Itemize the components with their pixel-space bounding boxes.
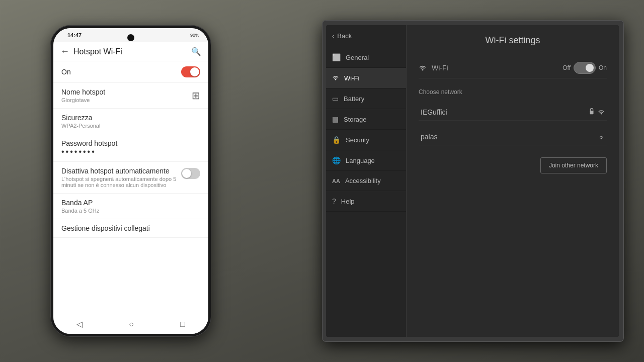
nav-back-button[interactable]: ◁ [76, 319, 83, 329]
status-icons: 90% [190, 33, 199, 38]
gestione-row[interactable]: Gestione dispositivi collegati [53, 219, 208, 238]
nav-recents-button[interactable]: □ [180, 320, 185, 329]
banda-label: Banda AP [61, 199, 200, 207]
banda-value: Banda a 5 GHz [61, 208, 200, 214]
sidebar-item-label: Battery [344, 95, 364, 103]
phone-body: 14:47 90% ← Hotspot Wi-Fi 🔍 On [50, 25, 211, 337]
nome-hotspot-row[interactable]: Nome hotspot Giorgiotave ⊞ [53, 83, 208, 109]
sidebar-back-button[interactable]: ‹ Back [326, 25, 406, 47]
wifi-row-label: Wi-Fi [432, 64, 557, 72]
sicurezza-value: WPA2-Personal [61, 123, 200, 129]
sidebar-item-label: Language [346, 157, 375, 164]
wifi-signal-icon-palas [598, 133, 605, 141]
nome-hotspot-label: Nome hotspot [61, 88, 105, 96]
choose-network-label: Choose network [419, 88, 607, 96]
nav-home-button[interactable]: ○ [129, 320, 134, 329]
wifi-toggle-track: Off On [562, 62, 607, 74]
phone-header: ← Hotspot Wi-Fi 🔍 [53, 42, 208, 61]
phone-page-title: Hotspot Wi-Fi [73, 47, 191, 56]
wifi-settings-title: Wi-Fi settings [419, 35, 607, 46]
network-icons-ieguffici [589, 108, 605, 116]
security-lock-icon: 🔒 [332, 136, 341, 144]
sidebar-item-label: Help [341, 198, 355, 205]
network-name-ieguffici: IEGuffici [421, 108, 447, 116]
storage-icon: ▤ [332, 115, 339, 123]
network-item-palas[interactable]: palas [419, 129, 607, 145]
network-icons-palas [598, 133, 605, 141]
sidebar-item-wifi[interactable]: Wi-Fi [326, 68, 406, 88]
wifi-settings-panel: Wi-Fi settings Wi-Fi Off On [407, 25, 619, 337]
ereader-body: ‹ Back ⬜ General Wi-Fi ▭ [322, 20, 624, 342]
hotspot-on-toggle[interactable] [181, 66, 200, 77]
gestione-label: Gestione dispositivi collegati [61, 224, 200, 232]
wifi-signal-icon-ieguffici [598, 108, 605, 116]
disattiva-label: Disattiva hotspot automaticamente [61, 167, 177, 175]
password-label: Password hotspot [61, 139, 200, 147]
battery-indicator: 90% [190, 33, 199, 38]
sidebar-item-language[interactable]: 🌐 Language [326, 150, 406, 171]
sidebar: ‹ Back ⬜ General Wi-Fi ▭ [326, 25, 407, 337]
phone-search-icon[interactable]: 🔍 [191, 47, 201, 56]
phone-content: On Nome hotspot Giorgiotave ⊞ Sicurezza … [53, 61, 208, 314]
sidebar-item-security[interactable]: 🔒 Security [326, 130, 406, 150]
nome-hotspot-value: Giorgiotave [61, 97, 105, 103]
sidebar-item-general[interactable]: ⬜ General [326, 47, 406, 68]
sidebar-item-help[interactable]: ? Help [326, 191, 406, 212]
join-other-network-button[interactable]: Join other network [540, 157, 607, 173]
wifi-toggle-row: Wi-Fi Off On [419, 58, 607, 78]
back-label: Back [337, 32, 352, 40]
sidebar-item-label: General [346, 54, 369, 61]
wifi-on-label: On [599, 64, 607, 71]
ereader-screen: ‹ Back ⬜ General Wi-Fi ▭ [326, 25, 619, 337]
hotspot-on-label: On [61, 68, 71, 76]
sidebar-item-label: Storage [344, 116, 367, 123]
password-value: •••••••• [61, 147, 200, 156]
password-row[interactable]: Password hotspot •••••••• [53, 134, 208, 162]
sicurezza-row[interactable]: Sicurezza WPA2-Personal [53, 109, 208, 134]
accessibility-icon: AA [332, 178, 340, 184]
wifi-toggle-switch[interactable] [574, 62, 596, 74]
network-name-palas: palas [421, 133, 437, 141]
phone-screen: 14:47 90% ← Hotspot Wi-Fi 🔍 On [53, 28, 208, 334]
general-icon: ⬜ [332, 53, 341, 61]
sidebar-item-label: Wi-Fi [344, 74, 359, 82]
qr-icon[interactable]: ⊞ [192, 89, 200, 102]
sidebar-item-label: Security [346, 136, 369, 144]
battery-icon: ▭ [332, 95, 339, 103]
wifi-row-icon [419, 64, 427, 72]
banda-row[interactable]: Banda AP Banda a 5 GHz [53, 194, 208, 219]
sidebar-item-label: Accessibility [345, 177, 381, 185]
ereader-device: ‹ Back ⬜ General Wi-Fi ▭ [322, 20, 624, 342]
hotspot-on-row[interactable]: On [53, 61, 208, 83]
status-time: 14:47 [67, 32, 82, 38]
sidebar-item-accessibility[interactable]: AA Accessibility [326, 171, 406, 191]
network-item-ieguffici[interactable]: IEGuffici [419, 104, 607, 121]
help-icon: ? [332, 197, 336, 205]
phone-back-button[interactable]: ← [60, 46, 69, 57]
sidebar-item-battery[interactable]: ▭ Battery [326, 88, 406, 109]
wifi-icon [332, 74, 339, 82]
back-chevron-icon: ‹ [332, 32, 334, 40]
phone-device: 14:47 90% ← Hotspot Wi-Fi 🔍 On [50, 25, 211, 337]
wifi-off-label: Off [562, 64, 571, 71]
lock-icon [589, 108, 595, 116]
disattiva-sublabel: L'hotspot si spegnerà automaticamente do… [61, 176, 177, 188]
disattiva-toggle[interactable] [181, 168, 200, 179]
disattiva-row[interactable]: Disattiva hotspot automaticamente L'hots… [53, 162, 208, 194]
phone-nav-bar: ◁ ○ □ [53, 314, 208, 334]
language-icon: 🌐 [332, 156, 341, 164]
sicurezza-label: Sicurezza [61, 114, 200, 122]
phone-camera [127, 34, 134, 41]
sidebar-item-storage[interactable]: ▤ Storage [326, 109, 406, 130]
svg-rect-0 [590, 111, 594, 114]
